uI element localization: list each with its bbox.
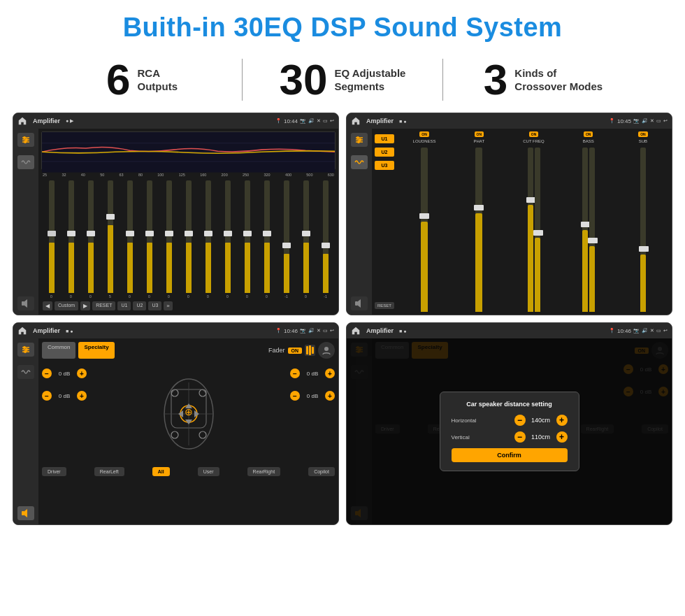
eq-icon-btn[interactable] bbox=[17, 133, 34, 147]
rear-right-plus[interactable]: + bbox=[325, 391, 335, 401]
bass-slider-2[interactable] bbox=[589, 148, 595, 312]
loudness-on[interactable]: ON bbox=[419, 131, 429, 137]
front-left-db: − 0 dB + bbox=[42, 368, 87, 378]
speaker-icon-btn-3[interactable] bbox=[17, 506, 34, 520]
fader-profile-icon[interactable] bbox=[318, 342, 335, 359]
front-left-minus[interactable]: − bbox=[42, 368, 52, 378]
eq-slider-13[interactable]: 0 bbox=[297, 180, 315, 299]
horizontal-minus[interactable]: − bbox=[514, 415, 526, 426]
rearleft-btn[interactable]: RearLeft bbox=[94, 467, 124, 476]
wave-icon-btn-2[interactable] bbox=[351, 155, 368, 169]
home-icon-3 bbox=[17, 326, 27, 336]
copilot-btn[interactable]: Copilot bbox=[308, 467, 335, 476]
front-left-plus[interactable]: + bbox=[77, 368, 87, 378]
back-icon-3[interactable]: ↩ bbox=[330, 328, 334, 334]
svg-rect-24 bbox=[22, 511, 24, 515]
eq-slider-9[interactable]: 0 bbox=[219, 180, 236, 299]
screen-crossover: Amplifier ■ ● 📍 10:45 📷 🔊 ✕ ▭ ↩ bbox=[346, 113, 672, 315]
front-right-minus[interactable]: − bbox=[290, 368, 300, 378]
speaker-icon-btn-2[interactable] bbox=[351, 296, 368, 310]
eq-icon-btn-2[interactable] bbox=[351, 133, 368, 147]
eq-prev-btn[interactable]: ◀ bbox=[43, 301, 52, 310]
sub-slider-1[interactable] bbox=[640, 148, 646, 312]
eq-slider-11[interactable]: 0 bbox=[258, 180, 275, 299]
status-icons-3: 📍 10:46 📷 🔊 ✕ ▭ ↩ bbox=[275, 328, 334, 334]
phat-on[interactable]: ON bbox=[475, 131, 484, 137]
eq-reset-btn[interactable]: RESET bbox=[92, 301, 115, 310]
eq-slider-10[interactable]: 0 bbox=[238, 180, 256, 299]
status-icons-4: 📍 10:46 📷 🔊 ✕ ▭ ↩ bbox=[609, 328, 668, 334]
user-btn[interactable]: User bbox=[198, 467, 219, 476]
rear-left-minus[interactable]: − bbox=[42, 391, 52, 401]
stat-eq-number: 30 bbox=[280, 58, 328, 101]
bass-slider-1[interactable] bbox=[582, 148, 588, 312]
driver-btn[interactable]: Driver bbox=[42, 467, 66, 476]
eq-slider-4[interactable]: 0 bbox=[121, 180, 138, 299]
cutfreq-slider-2[interactable] bbox=[535, 148, 540, 312]
back-icon-4[interactable]: ↩ bbox=[663, 328, 668, 334]
u2-btn[interactable]: U2 bbox=[375, 148, 394, 157]
bass-sliders bbox=[582, 148, 595, 312]
dialog-overlay: Car speaker distance setting Horizontal … bbox=[347, 338, 672, 524]
left-sidebar-3 bbox=[13, 338, 38, 524]
back-icon[interactable]: ↩ bbox=[330, 118, 334, 124]
channel-loudness: ON LOUDNESS bbox=[398, 131, 450, 312]
phat-slider-1[interactable] bbox=[475, 148, 482, 312]
eq-more-btn[interactable]: » bbox=[164, 301, 172, 310]
rear-right-db: − 0 dB + bbox=[290, 391, 335, 401]
fader-label: Fader bbox=[268, 347, 285, 354]
loudness-slider-1[interactable] bbox=[421, 148, 428, 312]
confirm-button[interactable]: Confirm bbox=[452, 448, 568, 462]
vertical-plus[interactable]: + bbox=[556, 431, 568, 443]
car-diagram-area: − 0 dB + − 0 dB + bbox=[42, 363, 335, 464]
stats-row: 6 RCA Outputs 30 EQ Adjustable Segments … bbox=[0, 52, 685, 113]
u1-btn[interactable]: U1 bbox=[375, 134, 394, 143]
horizontal-label: Horizontal bbox=[452, 417, 477, 424]
eq-next-btn[interactable]: ▶ bbox=[80, 301, 90, 310]
eq-slider-12[interactable]: -1 bbox=[277, 180, 295, 299]
eq-slider-5[interactable]: 0 bbox=[140, 180, 158, 299]
u3-btn[interactable]: U3 bbox=[375, 161, 394, 170]
eq-preset-label: Custom bbox=[55, 301, 78, 310]
eq-slider-3[interactable]: 5 bbox=[101, 180, 119, 299]
svg-point-25 bbox=[324, 347, 329, 351]
eq-slider-8[interactable]: 0 bbox=[199, 180, 217, 299]
rear-right-minus[interactable]: − bbox=[290, 391, 300, 401]
cutfreq-slider-1[interactable] bbox=[528, 148, 533, 312]
eq-slider-0[interactable]: 0 bbox=[43, 180, 60, 299]
tab-common[interactable]: Common bbox=[42, 342, 75, 359]
fader-on-btn[interactable]: ON bbox=[288, 348, 303, 354]
wave-icon-btn[interactable] bbox=[17, 155, 34, 169]
eq-slider-6[interactable]: 0 bbox=[160, 180, 178, 299]
phat-sliders bbox=[475, 148, 482, 312]
eq-u2-btn[interactable]: U2 bbox=[133, 301, 146, 310]
eq-slider-1[interactable]: 0 bbox=[62, 180, 80, 299]
speaker-icon-btn[interactable] bbox=[17, 296, 34, 310]
front-right-val: 0 dB bbox=[302, 371, 323, 377]
stat-crossover-number: 3 bbox=[484, 58, 507, 101]
bass-label: BASS bbox=[583, 139, 594, 143]
eq-u3-btn[interactable]: U3 bbox=[148, 301, 161, 310]
cutfreq-on[interactable]: ON bbox=[529, 131, 539, 137]
all-btn[interactable]: All bbox=[152, 467, 170, 476]
svg-point-32 bbox=[199, 389, 206, 396]
svg-point-5 bbox=[24, 141, 27, 143]
front-right-plus[interactable]: + bbox=[325, 368, 335, 378]
wave-icon-btn-3[interactable] bbox=[17, 365, 34, 379]
tab-specialty[interactable]: Specialty bbox=[78, 342, 114, 359]
eq-u1-btn[interactable]: U1 bbox=[117, 301, 131, 310]
rearright-btn[interactable]: RearRight bbox=[247, 467, 281, 476]
bass-on[interactable]: ON bbox=[584, 131, 593, 137]
sub-on[interactable]: ON bbox=[638, 131, 648, 137]
eq-slider-2[interactable]: 0 bbox=[82, 180, 99, 299]
eq-bottom-bar: ◀ Custom ▶ RESET U1 U2 U3 » bbox=[41, 300, 336, 312]
vertical-minus[interactable]: − bbox=[514, 431, 526, 443]
crossover-reset-btn[interactable]: RESET bbox=[375, 302, 394, 309]
horizontal-plus[interactable]: + bbox=[556, 415, 568, 426]
rear-left-plus[interactable]: + bbox=[77, 391, 87, 401]
status-bar-1: Amplifier ● ▶ 📍 10:44 📷 🔊 ✕ ▭ ↩ bbox=[13, 113, 338, 129]
eq-slider-7[interactable]: 0 bbox=[180, 180, 197, 299]
back-icon-2[interactable]: ↩ bbox=[663, 118, 668, 124]
eq-slider-14[interactable]: -1 bbox=[317, 180, 334, 299]
eq-icon-btn-3[interactable] bbox=[17, 343, 34, 357]
